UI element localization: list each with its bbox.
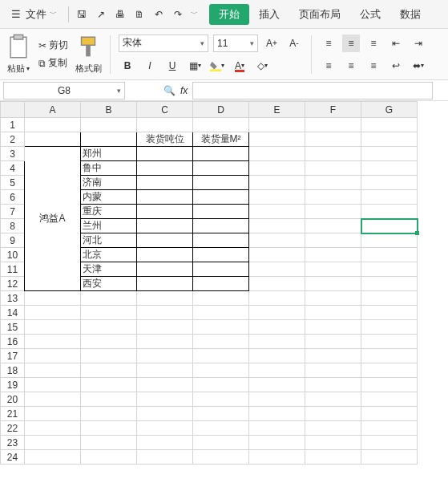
row-header-3[interactable]: 3 bbox=[1, 147, 25, 161]
cell-B3[interactable]: 郑州 bbox=[81, 147, 137, 161]
cell-C8[interactable] bbox=[137, 219, 193, 233]
cell-F15[interactable] bbox=[305, 320, 361, 335]
cell-C16[interactable] bbox=[137, 335, 193, 349]
print-icon[interactable]: 🖶 bbox=[114, 8, 127, 21]
cell-C19[interactable] bbox=[137, 378, 193, 392]
cell-B5[interactable]: 济南 bbox=[81, 176, 137, 190]
cell-B10[interactable]: 北京 bbox=[81, 248, 137, 262]
paste-group[interactable]: 粘贴▾ bbox=[5, 34, 32, 75]
col-header-C[interactable]: C bbox=[137, 102, 193, 118]
cell-A19[interactable] bbox=[25, 378, 81, 392]
cell-D15[interactable] bbox=[193, 320, 249, 335]
align-top-button[interactable]: ≡ bbox=[320, 34, 337, 52]
undo-icon[interactable]: ↶ bbox=[152, 8, 165, 21]
cell-F11[interactable] bbox=[305, 262, 361, 277]
cell-B22[interactable] bbox=[81, 421, 137, 436]
tab-start[interactable]: 开始 bbox=[209, 4, 249, 25]
row-header-19[interactable]: 19 bbox=[1, 378, 25, 392]
cell-E1[interactable] bbox=[249, 118, 305, 132]
cell-A3[interactable]: 鸿益A bbox=[25, 147, 81, 291]
cell-C9[interactable] bbox=[137, 233, 193, 248]
tab-formula[interactable]: 公式 bbox=[350, 4, 390, 25]
cell-A2[interactable] bbox=[25, 132, 81, 147]
cell-D1[interactable] bbox=[193, 118, 249, 132]
cell-C14[interactable] bbox=[137, 306, 193, 320]
cell-G5[interactable] bbox=[361, 176, 418, 190]
cell-A18[interactable] bbox=[25, 363, 81, 378]
cell-C6[interactable] bbox=[137, 190, 193, 205]
cell-C7[interactable] bbox=[137, 205, 193, 219]
row-header-23[interactable]: 23 bbox=[1, 436, 25, 450]
row-header-2[interactable]: 2 bbox=[1, 132, 25, 147]
row-header-11[interactable]: 11 bbox=[1, 262, 25, 277]
cell-E19[interactable] bbox=[249, 378, 305, 392]
cell-G8[interactable] bbox=[361, 219, 418, 233]
cell-F23[interactable] bbox=[305, 436, 361, 450]
cell-E4[interactable] bbox=[249, 161, 305, 176]
cell-E9[interactable] bbox=[249, 233, 305, 248]
bold-button[interactable]: B bbox=[119, 57, 136, 75]
row-header-1[interactable]: 1 bbox=[1, 118, 25, 132]
cell-A23[interactable] bbox=[25, 436, 81, 450]
cell-D5[interactable] bbox=[193, 176, 249, 190]
cell-F19[interactable] bbox=[305, 378, 361, 392]
row-header-8[interactable]: 8 bbox=[1, 219, 25, 233]
cell-A22[interactable] bbox=[25, 421, 81, 436]
cell-F6[interactable] bbox=[305, 190, 361, 205]
cell-A20[interactable] bbox=[25, 392, 81, 407]
format-painter-group[interactable]: 格式刷 bbox=[75, 34, 102, 75]
row-header-7[interactable]: 7 bbox=[1, 205, 25, 219]
cell-B1[interactable] bbox=[81, 118, 137, 132]
cell-D4[interactable] bbox=[193, 161, 249, 176]
cell-D17[interactable] bbox=[193, 349, 249, 363]
row-header-18[interactable]: 18 bbox=[1, 363, 25, 378]
row-header-10[interactable]: 10 bbox=[1, 248, 25, 262]
redo-icon[interactable]: ↷ bbox=[172, 8, 184, 21]
cell-D13[interactable] bbox=[193, 291, 249, 306]
cell-C21[interactable] bbox=[137, 407, 193, 421]
cell-D20[interactable] bbox=[193, 392, 249, 407]
align-middle-button[interactable]: ≡ bbox=[342, 34, 360, 52]
cell-B13[interactable] bbox=[81, 291, 137, 306]
border-button[interactable]: ▦▾ bbox=[186, 57, 204, 75]
cell-C12[interactable] bbox=[137, 277, 193, 291]
cell-B21[interactable] bbox=[81, 407, 137, 421]
preview-icon[interactable]: 🗎 bbox=[133, 8, 146, 21]
cell-E5[interactable] bbox=[249, 176, 305, 190]
row-header-14[interactable]: 14 bbox=[1, 306, 25, 320]
cell-C22[interactable] bbox=[137, 421, 193, 436]
zoom-icon[interactable]: 🔍 bbox=[163, 85, 176, 96]
cell-B17[interactable] bbox=[81, 349, 137, 363]
cell-F18[interactable] bbox=[305, 363, 361, 378]
cell-G11[interactable] bbox=[361, 262, 418, 277]
row-header-5[interactable]: 5 bbox=[1, 176, 25, 190]
cell-E13[interactable] bbox=[249, 291, 305, 306]
cell-A14[interactable] bbox=[25, 306, 81, 320]
cell-G3[interactable] bbox=[361, 147, 418, 161]
spreadsheet-grid[interactable]: ABCDEFG12装货吨位装货量M²3鸿益A郑州4鲁中5济南6内蒙7重庆8兰州9… bbox=[0, 101, 448, 465]
cell-G1[interactable] bbox=[361, 118, 418, 132]
cell-C18[interactable] bbox=[137, 363, 193, 378]
cell-G15[interactable] bbox=[361, 320, 418, 335]
name-box[interactable]: G8 ▾ bbox=[3, 82, 125, 99]
row-header-24[interactable]: 24 bbox=[1, 450, 25, 465]
cell-C1[interactable] bbox=[137, 118, 193, 132]
cell-G17[interactable] bbox=[361, 349, 418, 363]
col-header-D[interactable]: D bbox=[193, 102, 249, 118]
cell-F16[interactable] bbox=[305, 335, 361, 349]
cell-E24[interactable] bbox=[249, 450, 305, 465]
increase-font-button[interactable]: A+ bbox=[263, 34, 281, 52]
cell-E20[interactable] bbox=[249, 392, 305, 407]
cell-E11[interactable] bbox=[249, 262, 305, 277]
tab-data[interactable]: 数据 bbox=[390, 4, 430, 25]
cell-G19[interactable] bbox=[361, 378, 418, 392]
cell-D19[interactable] bbox=[193, 378, 249, 392]
cell-G10[interactable] bbox=[361, 248, 418, 262]
align-center-button[interactable]: ≡ bbox=[342, 57, 360, 75]
cell-E16[interactable] bbox=[249, 335, 305, 349]
cell-D10[interactable] bbox=[193, 248, 249, 262]
cell-G21[interactable] bbox=[361, 407, 418, 421]
cell-F14[interactable] bbox=[305, 306, 361, 320]
font-size-select[interactable]: 11▾ bbox=[213, 34, 258, 52]
cell-C3[interactable] bbox=[137, 147, 193, 161]
